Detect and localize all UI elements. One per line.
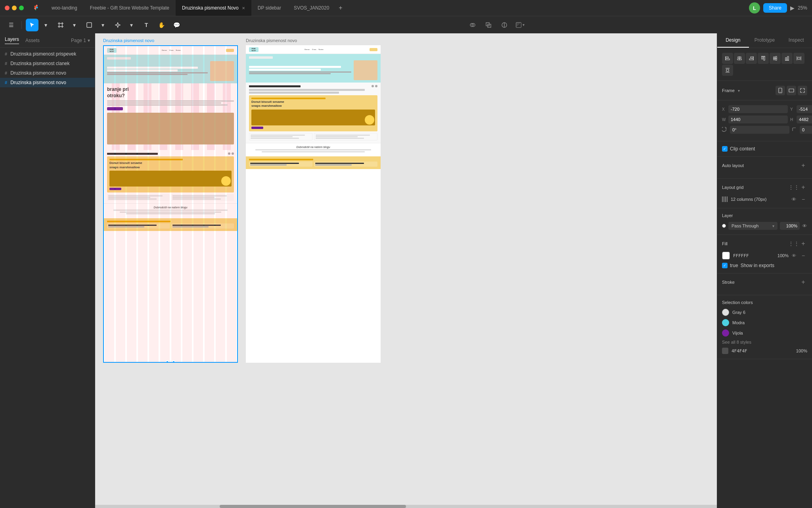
svg-rect-26 <box>764 56 765 60</box>
hand-tool[interactable]: ✋ <box>155 19 168 31</box>
svg-rect-0 <box>59 23 62 27</box>
frame-tool[interactable] <box>54 19 67 31</box>
shape-tool[interactable] <box>83 19 96 31</box>
frame2[interactable]: PISMNOST Domov O nas Novice <box>246 45 381 363</box>
resize-btn[interactable] <box>798 86 807 95</box>
pen-dropdown[interactable]: ▾ <box>125 19 138 31</box>
maximize-window-btn[interactable] <box>19 6 24 10</box>
comment-tool[interactable]: 💬 <box>170 19 183 31</box>
layer-mode-row: Pass Through ▾ 👁 <box>722 222 807 230</box>
text-tool[interactable]: T <box>140 19 153 31</box>
layer-section: Layer Pass Through ▾ 👁 <box>717 208 812 235</box>
add-tab-btn[interactable]: + <box>335 4 345 12</box>
align-center-v-btn[interactable] <box>770 53 781 64</box>
select-tool[interactable] <box>26 19 38 31</box>
zoom-level[interactable]: 25% <box>798 5 807 11</box>
tab-bar: woo-landing Freebie - Gift Store Website… <box>45 0 746 16</box>
frame1[interactable]: PISMNOST Domov O nas Novice <box>103 45 238 363</box>
add-stroke-btn[interactable]: + <box>799 278 807 286</box>
bottom-swatch[interactable] <box>722 348 728 354</box>
visibility-btn[interactable]: 👁 <box>802 223 807 229</box>
frame2-wrapper[interactable]: Druzinska pismenost novo PISMNOST Domov … <box>246 45 381 363</box>
resize-handles[interactable] <box>166 360 175 363</box>
y-input[interactable] <box>797 105 812 113</box>
share-button[interactable]: Share <box>763 3 787 13</box>
frame-view-toggle <box>776 86 807 95</box>
tab-druzinska[interactable]: Druzinska pismenost Novo ✕ <box>176 0 251 16</box>
frame1-wrapper[interactable]: Druzinska pismenost novo <box>103 45 238 363</box>
fill-settings-btn[interactable]: ⋮⋮ <box>790 240 798 248</box>
close-window-btn[interactable] <box>5 6 10 10</box>
shape-dropdown[interactable]: ▾ <box>96 19 109 31</box>
union-tool[interactable] <box>482 19 495 31</box>
distribute-v-btn[interactable] <box>722 65 733 76</box>
x-input[interactable] <box>728 105 788 113</box>
svg-rect-22 <box>751 57 753 58</box>
tab-dp-sidebar[interactable]: DP sidebar <box>251 0 287 16</box>
grid-settings-icon[interactable]: ⋮⋮ <box>790 183 798 191</box>
user-avatar[interactable]: L <box>749 2 760 13</box>
remove-grid-btn[interactable]: − <box>799 195 807 203</box>
scrollbar-thumb[interactable] <box>220 505 406 508</box>
window-controls[interactable] <box>5 6 24 10</box>
color-swatch-teal[interactable] <box>722 319 729 326</box>
phone-view-btn[interactable] <box>776 86 785 95</box>
distribute-h-btn[interactable] <box>793 53 804 64</box>
clip-content-checkbox[interactable]: ✓ <box>722 146 728 152</box>
canvas-scrollbar[interactable] <box>95 505 717 508</box>
right-panel: Design Prototype Inspect <box>717 33 812 508</box>
frame2-dots <box>372 85 377 87</box>
add-grid-btn[interactable]: + <box>799 183 807 191</box>
titlebar-right: L Share ▶ 25% <box>749 2 807 13</box>
fill-tool[interactable]: ▾ <box>514 19 527 31</box>
w-input[interactable] <box>728 115 788 123</box>
select-dropdown[interactable]: ▾ <box>39 19 52 31</box>
play-button[interactable]: ▶ <box>790 5 795 11</box>
tab-freebie[interactable]: Freebie - Gift Store Website Template <box>84 0 176 16</box>
align-top-btn[interactable] <box>758 53 769 64</box>
layer-mode-select[interactable]: Pass Through ▾ <box>728 222 778 230</box>
frame2-calendar <box>246 156 381 169</box>
align-bottom-btn[interactable] <box>781 53 793 64</box>
desktop-view-btn[interactable] <box>787 86 796 95</box>
show-grid-btn[interactable]: 👁 <box>790 195 798 203</box>
align-right-btn[interactable] <box>746 53 757 64</box>
color-swatch-gray[interactable] <box>722 309 729 316</box>
prototype-tab[interactable]: Prototype <box>749 33 781 48</box>
mask-tool[interactable] <box>466 19 479 31</box>
layers-tab[interactable]: Layers <box>5 37 19 44</box>
fill-color-swatch[interactable] <box>722 252 730 260</box>
tab-woo-landing[interactable]: woo-landing <box>45 0 84 16</box>
contrast-tool[interactable] <box>498 19 511 31</box>
show-exports-checkbox[interactable]: ✓ <box>722 263 728 268</box>
x-field: X <box>722 105 788 113</box>
page-selector[interactable]: Page 1 ▾ <box>71 38 90 43</box>
tab-svos[interactable]: SVOS_JAN2020 <box>287 0 335 16</box>
corner-input[interactable] <box>800 126 812 134</box>
menu-button[interactable]: ☰ <box>5 19 17 31</box>
pen-tool[interactable] <box>111 19 124 31</box>
site-nav: PISMNOST Domov O nas Novice <box>104 46 237 55</box>
rotation-input[interactable] <box>730 126 789 134</box>
assets-tab[interactable]: Assets <box>25 38 40 43</box>
opacity-input[interactable] <box>780 222 800 230</box>
tab-close-icon[interactable]: ✕ <box>242 6 245 10</box>
design-tab[interactable]: Design <box>717 33 749 48</box>
layer-item-1[interactable]: # Druzinska pismenost prispevek <box>0 49 95 59</box>
remove-fill-btn[interactable]: − <box>799 252 807 260</box>
fill-visibility-btn[interactable]: 👁 <box>792 253 796 258</box>
canvas[interactable]: Druzinska pismenost novo <box>95 33 717 508</box>
layer-item-4[interactable]: # Druzinska pismenost novo <box>0 78 95 87</box>
add-auto-layout-btn[interactable]: + <box>799 162 807 169</box>
layer-item-2[interactable]: # Druzinska pismenost clanek <box>0 59 95 68</box>
add-fill-btn[interactable]: + <box>799 240 807 248</box>
frame-dropdown[interactable]: ▾ <box>68 19 80 31</box>
h-input[interactable] <box>797 115 812 123</box>
align-left-btn[interactable] <box>722 53 733 64</box>
color-swatch-purple[interactable] <box>722 329 729 337</box>
layer-item-3[interactable]: # Druzinska pismenost novo <box>0 68 95 78</box>
minimize-window-btn[interactable] <box>12 6 17 10</box>
inspect-tab[interactable]: Inspect <box>780 33 812 48</box>
align-center-h-btn[interactable] <box>734 53 745 64</box>
see-all-styles-btn[interactable]: See all 8 styles <box>722 340 807 344</box>
